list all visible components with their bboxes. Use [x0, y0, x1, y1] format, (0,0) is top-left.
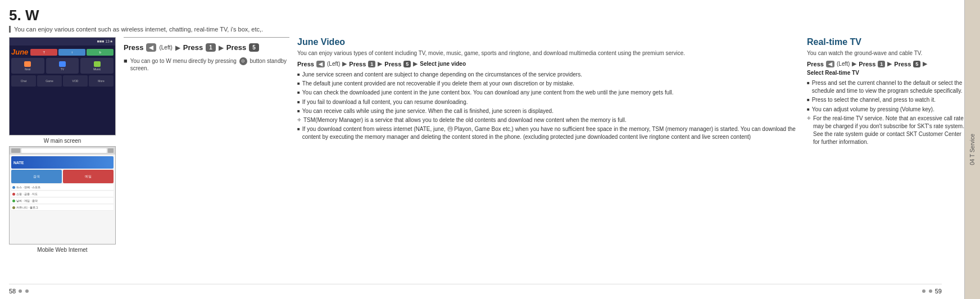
right-sidebar-tab: 04 T Service [964, 0, 980, 299]
screenshots-panel: ■■■ 13★ June T i b [9, 37, 116, 284]
left-key: ◀ [146, 43, 156, 52]
page-title: 5. W [9, 7, 964, 24]
arrow-1: ▶ [175, 44, 180, 52]
middle-panel: Press ◀ (Left) ▶ Press 1 ▶ Press 5 ■ You… [124, 37, 289, 284]
press-label-3: Press [226, 43, 246, 52]
june-video-intro: You can enjoy various types of content i… [297, 49, 799, 57]
mobile-web-screen: NATE 검색 메일 뉴스 · 연예 · 스포츠 [9, 146, 116, 244]
note-section: ■ You can go to W menu directly by press… [124, 57, 289, 71]
real-time-tv-bullets: ■Press and set the current channel to th… [807, 79, 964, 147]
mobile-web-screen-caption: Mobile Web Internet [9, 247, 116, 253]
press-label-1: Press [124, 43, 143, 52]
real-time-tv-title: Real-time TV [807, 37, 964, 47]
real-time-tv-intro: You can watch the ground-wave and cable … [807, 49, 964, 57]
arrow-2: ▶ [219, 44, 224, 52]
key1-btn: 1 [206, 43, 216, 52]
june-video-title: June Video [297, 37, 799, 47]
intro-text: You can enjoy various content such as wi… [9, 26, 964, 33]
real-time-tv-panel: Real-time TV You can watch the ground-wa… [807, 37, 964, 284]
note-text: You can go to W menu directly by pressin… [130, 57, 289, 71]
w-main-screen: ■■■ 13★ June T i b [9, 37, 116, 135]
key2-btn: 5 [249, 43, 259, 52]
press-label-2: Press [183, 43, 203, 52]
left-label: (Left) [159, 44, 172, 51]
june-video-panel: June Video You can enjoy various types o… [297, 37, 799, 284]
press-instruction: Press ◀ (Left) ▶ Press 1 ▶ Press 5 [124, 43, 289, 52]
real-time-tv-press: Press ◀ (Left) ▶ Press 1 ▶ Press 5 ▶ Sel… [807, 60, 964, 76]
page-num-left: 58 [9, 288, 29, 295]
bottom-bar: 58 59 [9, 284, 942, 295]
page-num-right: 59 [922, 288, 942, 295]
sidebar-label: 04 T Service [969, 134, 976, 165]
june-video-bullets: ■June service screen and content are sub… [297, 71, 799, 142]
w-main-screen-caption: W main screen [9, 138, 116, 144]
june-video-press: Press ◀ (Left) ▶ Press 1 ▶ Press 5 ▶ Sel… [297, 60, 799, 67]
